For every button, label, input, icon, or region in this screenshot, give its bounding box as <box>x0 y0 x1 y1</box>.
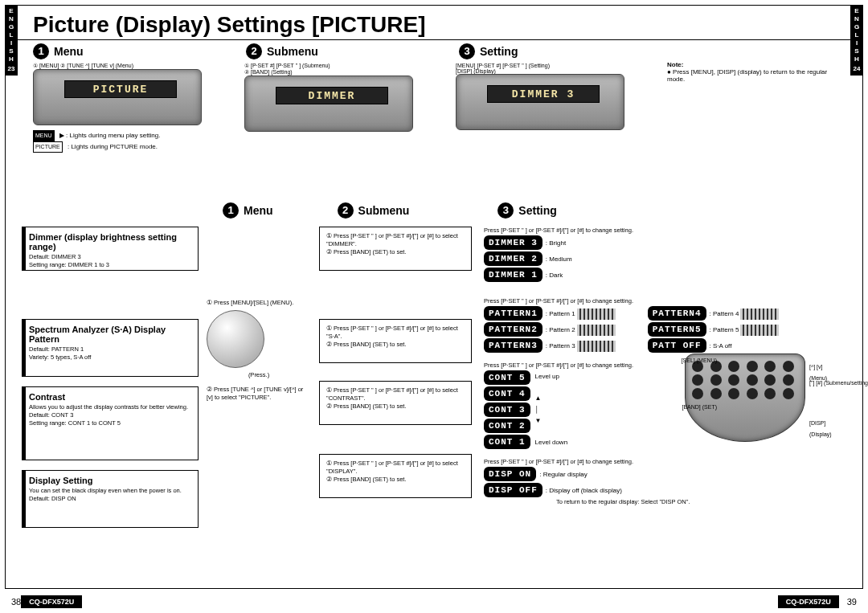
spectrum-icon <box>577 325 616 336</box>
rotary-knob-icon <box>207 310 264 368</box>
lcd-menu: PICTURE <box>64 80 177 98</box>
setting-dimmer: Press [P·SET " ] or [P·SET #]/["] or [#]… <box>484 227 837 283</box>
page-title: Picture (Display) Settings [PICTURE] <box>33 12 851 38</box>
remote-control-icon <box>685 353 805 442</box>
remote-label-disp: [DISP] (Display) <box>809 418 837 440</box>
side-tab-left: ENGLISH 23 <box>5 5 18 76</box>
lcd-submenu: DIMMER <box>276 87 388 104</box>
note-block: Note: ● Press [MENU], [DISP] (display) t… <box>667 61 828 153</box>
setting-display: Press [P·SET " ] or [P·SET #]/["] or [#]… <box>484 458 837 506</box>
spectrum-icon <box>740 325 779 336</box>
step-heads: 1Menu 2Submenu 3Setting <box>33 43 851 59</box>
knob-instructions: ① Press [MENU]/[SEL] (MENU). (Press.) ② … <box>207 299 311 402</box>
box-display: Display Setting You can set the black di… <box>22 470 199 528</box>
sub-box-disp: ① Press [P·SET " ] or [P·SET #]/["] or [… <box>319 454 472 498</box>
remote-label-band: [BAND] (SET) <box>669 402 717 413</box>
headunit-submenu: DIMMER <box>244 76 413 132</box>
spectrum-icon <box>740 309 779 320</box>
step-heads-2: 1Menu 2Submenu 3Setting <box>223 202 846 219</box>
model-badge: CQ-DFX572U <box>778 595 839 608</box>
lcd-setting: DIMMER 3 <box>487 85 600 103</box>
sub-box-sa: ① Press [P·SET " ] or [P·SET #]/["] or [… <box>319 319 472 363</box>
box-contrast: Contrast Allows you to adjust the displa… <box>22 386 199 460</box>
sub-box-cont: ① Press [P·SET " ] or [P·SET #]/["] or [… <box>319 381 472 425</box>
spectrum-icon <box>577 341 616 352</box>
page-number-left: 38 <box>11 597 21 607</box>
setting-contrast: Press [P·SET " ] or [P·SET #]/["] or [#]… <box>484 362 837 450</box>
spectrum-icon <box>577 309 616 320</box>
headunit-menu: PICTURE <box>33 69 202 125</box>
sub-box-dimmer: ① Press [P·SET " ] or [P·SET #]/["] or [… <box>319 227 472 271</box>
manual-page: ENGLISH 23 ENGLISH 24 Picture (Display) … <box>5 5 863 589</box>
box-dimmer: Dimmer (display brightness setting range… <box>22 227 199 271</box>
box-sa: Spectrum Analyzer (S·A) Display Pattern … <box>22 319 199 377</box>
setting-pattern: Press [P·SET " ] or [P·SET #]/["] or [#]… <box>484 297 837 353</box>
remote-label-sub: ["] [#] (Submenu/setting) <box>809 378 868 389</box>
page-number-right: 39 <box>847 597 857 607</box>
headunit-setting: DIMMER 3 <box>456 74 624 130</box>
cap-menu: ① [MENU] ② [TUNE ^] [TUNE v] (Menu) <box>33 63 230 69</box>
model-badge: CQ-DFX572U <box>21 595 82 608</box>
page-footer: 38 CQ-DFX572U CQ-DFX572U 39 <box>11 595 857 608</box>
remote-label-sel: [SEL] (MENU) <box>669 355 717 366</box>
side-tab-right: ENGLISH 24 <box>850 5 863 76</box>
legend: MENU ▶ : Lights during menu play setting… <box>33 130 230 153</box>
